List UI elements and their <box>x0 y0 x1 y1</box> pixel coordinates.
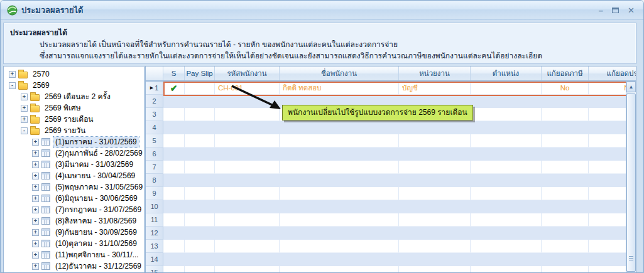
grid-cell[interactable] <box>471 82 542 95</box>
grid-cell[interactable] <box>399 147 471 161</box>
grid-cell[interactable] <box>185 227 215 240</box>
grid-cell[interactable] <box>163 253 185 266</box>
tree-item[interactable]: -2569 รายวัน <box>4 125 144 136</box>
grid-cell[interactable] <box>280 240 399 253</box>
grid-cell[interactable] <box>163 240 185 253</box>
grid-cell[interactable] <box>399 121 471 134</box>
vertical-scrollbar[interactable]: ▲ <box>626 82 636 273</box>
grid-cell[interactable] <box>399 213 471 227</box>
column-header[interactable]: Pay Slip <box>185 67 215 80</box>
grid-cell[interactable] <box>399 240 471 253</box>
grid-cell[interactable] <box>163 161 185 174</box>
expand-icon[interactable]: + <box>32 173 39 179</box>
tree-item[interactable]: +(8)สิงหาคม - 31/08/2569 <box>4 215 144 227</box>
grid-cell[interactable] <box>280 121 399 134</box>
tree-item[interactable]: +(9)กันยายน - 30/09/2569 <box>4 227 144 238</box>
grid-cell[interactable] <box>542 95 589 108</box>
grid-cell[interactable] <box>542 147 589 161</box>
grid-cell[interactable] <box>163 266 185 273</box>
scrollbar-thumb[interactable] <box>626 94 636 272</box>
grid-cell[interactable] <box>185 108 215 121</box>
grid-cell[interactable] <box>471 161 542 174</box>
grid-cell[interactable] <box>185 95 215 108</box>
grid-cell[interactable] <box>471 187 542 200</box>
grid-cell[interactable] <box>215 227 280 240</box>
grid-cell[interactable] <box>215 187 280 200</box>
tree-item[interactable]: +(11)พฤศจิกายน - 30/11/... <box>4 249 144 260</box>
grid-cell[interactable] <box>399 134 471 147</box>
tree-item[interactable]: +(12)ธันวาคม - 31/12/2569 <box>4 260 144 272</box>
grid-cell[interactable] <box>215 108 280 121</box>
expand-icon[interactable]: + <box>32 161 39 168</box>
grid-cell[interactable] <box>215 240 280 253</box>
column-header[interactable]: แก้ยอดภาษี <box>542 67 589 80</box>
grid-cell[interactable] <box>163 174 185 187</box>
expand-icon[interactable]: + <box>32 184 39 191</box>
grid-cell[interactable] <box>185 161 215 174</box>
tree-item[interactable]: +(2)กุมภาพันธ์ - 28/02/2569 <box>4 147 144 159</box>
grid-cell[interactable] <box>471 134 542 147</box>
tree-item[interactable]: +2570 <box>4 68 144 80</box>
grid-cell[interactable] <box>542 174 589 187</box>
grid-cell[interactable] <box>215 213 280 227</box>
grid-cell[interactable] <box>215 147 280 161</box>
grid-cell[interactable] <box>542 213 589 227</box>
grid-cell[interactable] <box>163 213 185 227</box>
column-header[interactable]: S <box>163 67 185 80</box>
scroll-up-button[interactable]: ▲ <box>626 82 636 92</box>
expand-icon[interactable]: + <box>21 105 28 112</box>
tree-item[interactable]: +(10)ตุลาคม - 31/10/2569 <box>4 238 144 249</box>
grid-cell[interactable] <box>280 213 399 227</box>
grid-cell[interactable] <box>399 253 471 266</box>
grid-cell[interactable] <box>280 161 399 174</box>
tree-item[interactable]: -2569 <box>4 80 144 91</box>
grid-cell[interactable] <box>542 121 589 134</box>
grid-cell[interactable]: CH-001 <box>215 82 280 95</box>
grid-cell[interactable] <box>542 161 589 174</box>
grid-cell[interactable] <box>542 134 589 147</box>
grid-cell[interactable]: No <box>542 82 589 95</box>
tree-item[interactable]: +2569 พิเศษ <box>4 102 144 114</box>
tree-item[interactable]: +(1)มกราคม - 31/01/2569 <box>4 136 144 147</box>
grid-cell[interactable] <box>215 266 280 273</box>
grid-cell[interactable] <box>542 108 589 121</box>
grid-cell[interactable] <box>215 161 280 174</box>
grid-cell[interactable] <box>185 121 215 134</box>
grid-cell[interactable] <box>215 134 280 147</box>
column-header[interactable]: แก้ยอดประกัน <box>589 67 636 80</box>
grid-cell[interactable] <box>215 95 280 108</box>
grid-cell[interactable] <box>215 200 280 213</box>
tree-item[interactable]: +(3)มีนาคม - 31/03/2569 <box>4 159 144 170</box>
grid-cell[interactable]: บัญชี <box>399 82 471 95</box>
grid-cell[interactable] <box>215 121 280 134</box>
grid-cell[interactable]: กิตติ ทดสอบ <box>280 82 399 95</box>
grid-cell[interactable] <box>280 227 399 240</box>
grid-cell[interactable] <box>280 174 399 187</box>
grid-cell[interactable] <box>163 147 185 161</box>
expand-icon[interactable]: + <box>32 218 39 225</box>
expand-icon[interactable]: + <box>32 240 39 247</box>
grid-cell[interactable] <box>471 266 542 273</box>
grid-cell[interactable] <box>280 266 399 273</box>
grid-cell[interactable] <box>185 147 215 161</box>
grid-cell[interactable] <box>185 200 215 213</box>
grid-cell[interactable]: ✔ <box>163 82 185 95</box>
collapse-icon[interactable]: - <box>9 82 16 89</box>
grid-cell[interactable] <box>185 134 215 147</box>
grid-cell[interactable] <box>215 253 280 266</box>
expand-icon[interactable]: + <box>21 116 28 123</box>
tree-item[interactable]: +(6)มิถุนายน - 30/06/2569 <box>4 193 144 204</box>
grid-cell[interactable] <box>542 266 589 273</box>
grid-cell[interactable] <box>542 187 589 200</box>
grid-cell[interactable] <box>280 200 399 213</box>
grid-cell[interactable] <box>471 95 542 108</box>
grid-cell[interactable] <box>280 147 399 161</box>
expand-icon[interactable]: + <box>32 150 39 157</box>
expand-icon[interactable]: + <box>32 252 39 259</box>
minimize-button[interactable]: – <box>599 6 603 14</box>
grid-cell[interactable] <box>163 187 185 200</box>
grid-cell[interactable] <box>399 174 471 187</box>
column-header[interactable]: ตำแหน่ง <box>471 67 542 80</box>
grid-cell[interactable] <box>185 240 215 253</box>
grid-cell[interactable] <box>163 200 185 213</box>
